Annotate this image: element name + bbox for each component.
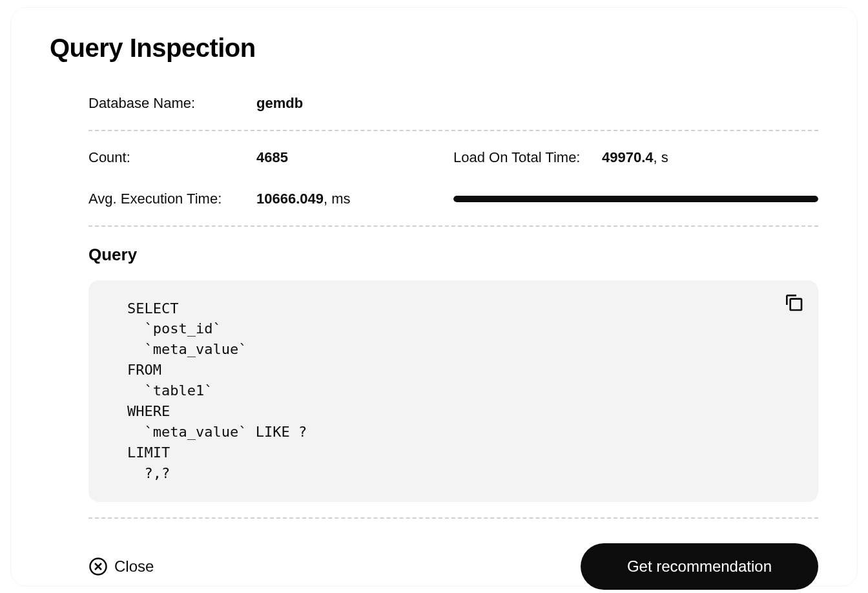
load-value: 49970.4, s bbox=[602, 149, 668, 166]
get-recommendation-button[interactable]: Get recommendation bbox=[581, 543, 818, 590]
avg-value: 10666.049, ms bbox=[256, 191, 351, 207]
close-label: Close bbox=[114, 557, 154, 576]
page-title: Query Inspection bbox=[50, 34, 818, 63]
copy-button[interactable] bbox=[783, 292, 804, 313]
query-inspection-dialog: Query Inspection Database Name: gemdb Co… bbox=[11, 8, 857, 586]
avg-progress-row: Avg. Execution Time: 10666.049, ms bbox=[88, 184, 818, 214]
load-progress-fill bbox=[453, 196, 818, 202]
divider bbox=[88, 517, 818, 519]
count-value: 4685 bbox=[256, 149, 288, 166]
svg-rect-0 bbox=[790, 298, 801, 309]
content-area: Database Name: gemdb Count: 4685 Load On… bbox=[50, 88, 818, 590]
query-sql: SELECT `post_id` `meta_value` FROM `tabl… bbox=[127, 300, 307, 481]
metrics-row-group: Count: 4685 Load On Total Time: 49970.4,… bbox=[88, 131, 818, 227]
close-icon bbox=[88, 557, 108, 576]
db-row-group: Database Name: gemdb bbox=[88, 88, 818, 131]
database-value: gemdb bbox=[256, 95, 303, 112]
db-row: Database Name: gemdb bbox=[88, 88, 818, 118]
query-code-block: SELECT `post_id` `meta_value` FROM `tabl… bbox=[88, 280, 818, 502]
avg-unit: , ms bbox=[324, 191, 351, 207]
footer-actions: Close Get recommendation bbox=[88, 537, 818, 590]
copy-icon bbox=[783, 292, 804, 313]
load-progress-track bbox=[453, 196, 818, 202]
close-button[interactable]: Close bbox=[88, 557, 154, 576]
avg-label: Avg. Execution Time: bbox=[88, 191, 256, 207]
load-number: 49970.4 bbox=[602, 149, 654, 165]
database-label: Database Name: bbox=[88, 95, 256, 112]
load-label: Load On Total Time: bbox=[453, 149, 602, 166]
count-label: Count: bbox=[88, 149, 256, 166]
count-load-row: Count: 4685 Load On Total Time: 49970.4,… bbox=[88, 143, 818, 172]
load-unit: , s bbox=[654, 149, 668, 165]
query-heading: Query bbox=[88, 245, 818, 265]
avg-number: 10666.049 bbox=[256, 191, 324, 207]
